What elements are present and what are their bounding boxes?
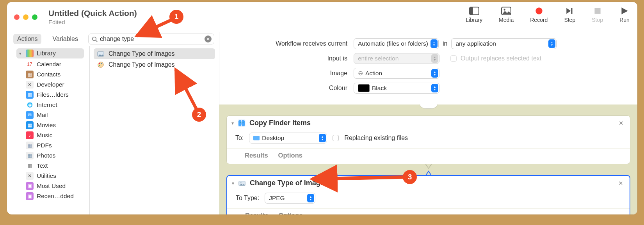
output-replaces-label: Output replaces selected text xyxy=(461,55,541,62)
step-output-connector xyxy=(420,164,438,169)
main-toolbar: Library Media Record Step Stop Run xyxy=(466,7,630,23)
svg-rect-6 xyxy=(594,8,600,14)
step-icon xyxy=(565,7,575,15)
in-label: in xyxy=(443,40,447,47)
window-controls xyxy=(14,14,37,20)
search-result-item[interactable]: Change Type of Images xyxy=(94,48,215,59)
music-icon: ♪ xyxy=(26,131,34,139)
play-icon xyxy=(619,7,630,15)
output-replaces-checkbox xyxy=(450,55,457,62)
library-item[interactable]: ▦Movies xyxy=(7,120,87,130)
text-icon: ▦ xyxy=(26,162,34,170)
svg-point-3 xyxy=(504,9,505,11)
step-close-button[interactable]: ✕ xyxy=(617,180,625,187)
step-options-tab[interactable]: Options xyxy=(278,152,302,159)
library-item[interactable]: ▦Photos xyxy=(7,151,87,161)
workflow-step-copy-finder-items[interactable]: ▾ Copy Finder Items ✕ To: Desktop ▴▾ xyxy=(226,115,630,164)
step-results-tab[interactable]: Results xyxy=(245,152,268,159)
toolbar-record-button[interactable]: Record xyxy=(530,7,548,23)
mail-icon: ✉ xyxy=(26,111,34,119)
folder-icon xyxy=(253,136,260,140)
application-popup[interactable]: any application▴▾ xyxy=(451,38,557,49)
contacts-icon: ▦ xyxy=(26,71,34,78)
action-search-field[interactable]: ✕ xyxy=(88,34,214,44)
library-item[interactable]: 🌐Internet xyxy=(7,100,87,110)
library-item[interactable]: ▦Files…lders xyxy=(7,90,87,100)
step-close-button[interactable]: ✕ xyxy=(617,120,625,127)
library-item[interactable]: ▣Recen…dded xyxy=(7,191,87,201)
window-title: Untitled (Quick Action) xyxy=(48,9,137,18)
finder-icon: ▦ xyxy=(26,91,34,99)
sidebar-toggle-icon xyxy=(469,7,479,15)
step-results-tab[interactable]: Results xyxy=(245,212,269,214)
replacing-checkbox[interactable] xyxy=(333,135,339,141)
calendar-icon: 17 xyxy=(26,60,34,68)
colour-label: Colour xyxy=(229,85,350,92)
library-item[interactable]: ♪Music xyxy=(7,130,87,140)
to-type-label: To Type: xyxy=(236,195,259,202)
library-item[interactable]: 17Calendar xyxy=(7,59,87,69)
library-icon xyxy=(26,50,34,57)
svg-point-13 xyxy=(99,65,100,66)
photos-icon: ▦ xyxy=(26,152,34,159)
library-item[interactable]: ✕Utilities xyxy=(7,171,87,181)
folder-icon: ▣ xyxy=(26,182,34,190)
pdf-icon: ▦ xyxy=(26,142,34,149)
library-item[interactable]: ✉Mail xyxy=(7,110,87,120)
photos-icon xyxy=(238,179,246,187)
svg-point-7 xyxy=(93,37,96,40)
library-item[interactable]: ▣Most Used xyxy=(7,181,87,191)
svg-line-8 xyxy=(96,40,97,42)
toolbar-library-button[interactable]: Library xyxy=(466,7,482,23)
movies-icon: ▦ xyxy=(26,121,34,129)
sidebar-mode-segment: Actions Variables xyxy=(13,34,82,44)
record-icon xyxy=(534,7,544,15)
step-options-tab[interactable]: Options xyxy=(279,212,303,214)
toolbar-step-button[interactable]: Step xyxy=(564,7,575,23)
copy-to-popup[interactable]: Desktop ▴▾ xyxy=(249,133,327,144)
step-input-connector xyxy=(420,170,438,176)
input-is-popup: entire selection▴▾ xyxy=(354,53,439,64)
toolbar-run-button[interactable]: Run xyxy=(619,7,630,23)
input-is-label: Input is xyxy=(229,55,350,62)
search-input[interactable] xyxy=(100,35,202,43)
titlebar: Untitled (Quick Action) Edited Library M… xyxy=(7,2,637,32)
replacing-label: Replacing existing files xyxy=(344,135,408,142)
step-disclosure-icon[interactable]: ▾ xyxy=(231,120,234,126)
library-item[interactable]: ▦PDFs xyxy=(7,140,87,151)
image-popup[interactable]: ⊖Action▴▾ xyxy=(354,68,439,79)
media-icon xyxy=(501,7,511,15)
workflow-canvas[interactable]: ▾ Copy Finder Items ✕ To: Desktop ▴▾ xyxy=(219,105,637,214)
input-connector-notch xyxy=(420,105,438,109)
clear-search-button[interactable]: ✕ xyxy=(205,35,212,43)
internet-icon: 🌐 xyxy=(26,101,34,109)
segment-actions[interactable]: Actions xyxy=(13,34,41,44)
toolbar-media-button[interactable]: Media xyxy=(499,7,514,23)
colour-swatch xyxy=(358,84,370,92)
workflow-step-change-type[interactable]: ▾ Change Type of Images ✕ To Type: JPEG▴… xyxy=(226,175,630,214)
close-window-button[interactable] xyxy=(14,14,20,20)
svg-rect-1 xyxy=(470,7,473,15)
search-result-item[interactable]: Change Type of Images xyxy=(94,59,215,70)
receives-popup[interactable]: Automatic (files or folders)▴▾ xyxy=(354,38,439,49)
library-root-item[interactable]: ▾ Library xyxy=(16,48,84,58)
svg-point-18 xyxy=(240,182,242,183)
disclosure-triangle-icon[interactable]: ▾ xyxy=(18,51,23,56)
search-icon xyxy=(92,36,98,42)
svg-point-11 xyxy=(99,63,100,64)
library-item[interactable]: ▦Contacts xyxy=(7,69,87,80)
to-type-popup[interactable]: JPEG▴▾ xyxy=(265,193,315,204)
segment-variables[interactable]: Variables xyxy=(48,34,82,44)
library-item[interactable]: ▦Text xyxy=(7,161,87,171)
utilities-icon: ✕ xyxy=(26,172,34,180)
palette-icon xyxy=(97,61,105,69)
step-disclosure-icon[interactable]: ▾ xyxy=(232,181,234,186)
library-tree: ▾ Library 17Calendar▦Contacts✕Developer▦… xyxy=(7,46,89,204)
copy-to-label: To: xyxy=(235,135,244,142)
zoom-window-button[interactable] xyxy=(32,14,37,20)
colour-popup[interactable]: Black▴▾ xyxy=(354,83,439,94)
svg-point-10 xyxy=(98,62,103,67)
library-item[interactable]: ✕Developer xyxy=(7,80,87,90)
photos-icon xyxy=(97,50,105,58)
minimize-window-button[interactable] xyxy=(23,14,28,20)
